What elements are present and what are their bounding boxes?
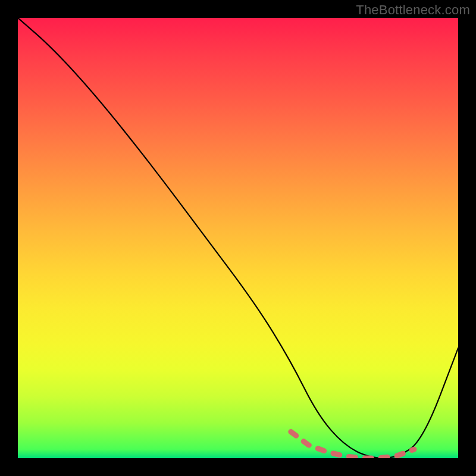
optimal-range-path (291, 432, 414, 458)
plot-area (18, 18, 458, 458)
watermark-text: TheBottleneck.com (356, 2, 470, 18)
curve-svg (18, 18, 458, 458)
bottleneck-curve-path (18, 18, 458, 458)
chart-frame: TheBottleneck.com (0, 0, 476, 476)
